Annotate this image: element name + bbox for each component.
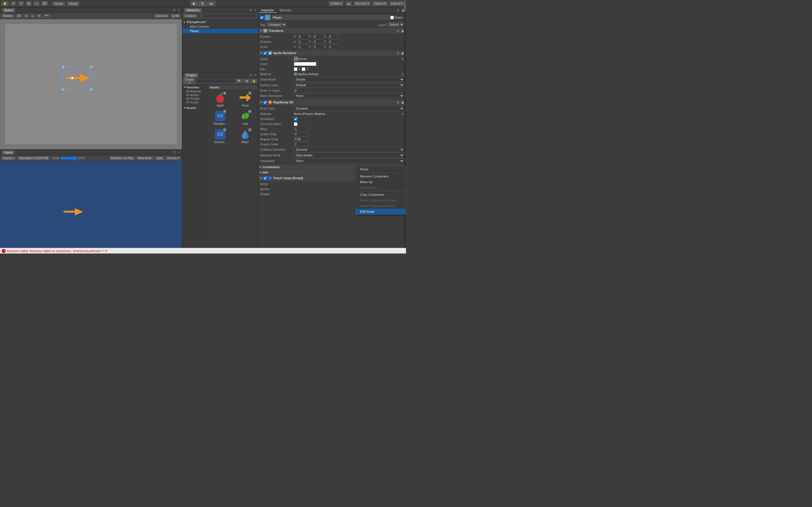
scale-slider[interactable] [60,156,77,161]
context-menu-move-up[interactable]: Move Up [356,179,406,185]
asset-water[interactable]: ⚙ Water [234,128,257,144]
transform-header[interactable]: ⊕ Transform ☰ 🔒 [258,28,406,34]
color-swatch[interactable] [294,62,316,66]
context-menu-remove[interactable]: Remove Component [356,173,406,179]
inspector-tab[interactable]: Inspector [258,8,276,13]
sprite-renderer-menu-btn[interactable]: ☰ [397,52,399,55]
order-layer-input[interactable] [294,88,308,93]
account-btn[interactable]: Account ▾ [353,1,371,6]
favorites-header[interactable]: Favorites [182,86,207,90]
audio-btn[interactable]: ♪ [31,14,35,18]
gravity-input[interactable] [294,142,308,147]
project-search[interactable] [196,79,235,83]
angular-drag-input[interactable] [294,137,308,142]
gizmos-btn[interactable]: Gizmos ▾ [154,14,169,18]
sleeping-dropdown[interactable]: Start Awake [294,153,404,158]
services-tab[interactable]: Services [276,8,294,13]
scene-canvas[interactable] [0,19,182,149]
object-active-checkbox[interactable] [260,16,264,19]
scene-tab[interactable]: Scene [2,8,15,12]
context-menu-edit-script[interactable]: Edit Script [356,209,406,214]
play-button[interactable]: ▶ [190,1,198,6]
inspector-menu-btn[interactable]: ☰ [396,9,400,12]
scale-tool-btn[interactable]: ⊞ [26,1,32,6]
simulated-checkbox[interactable] [294,117,297,121]
project-create-btn[interactable]: Create ▾ [183,77,195,85]
mass-input[interactable] [294,127,308,131]
hierarchy-create-btn[interactable]: Create ▾ [183,14,197,18]
sprite-renderer-active[interactable] [263,51,267,55]
fav-models[interactable]: All Models [182,93,207,97]
project-search-btn[interactable]: 🔍 [236,79,243,83]
hierarchy-search[interactable] [199,14,257,18]
static-checkbox[interactable] [390,16,394,19]
scale-z-input[interactable] [328,45,339,49]
mask-dropdown[interactable]: None [294,93,404,98]
scale-y-input[interactable] [313,45,324,49]
all-btn[interactable]: Q+All [170,14,181,18]
flip-y-checkbox[interactable] [302,67,305,71]
auto-mass-checkbox[interactable] [294,122,297,126]
game-gizmos-btn[interactable]: Gizmos ▾ [165,156,181,160]
display-btn[interactable]: Display 1 [1,156,16,160]
context-menu-reset[interactable]: Reset [356,166,406,172]
touch-jump-active[interactable] [263,176,267,180]
fx-btn[interactable]: ✦ [36,14,42,18]
fav-scripts[interactable]: All Scripts [182,101,207,104]
stats-btn[interactable]: Stats [155,156,165,160]
pos-x-input[interactable] [298,34,308,39]
game-tab[interactable]: Game [2,150,15,155]
layer-dropdown[interactable]: Default [388,22,404,27]
transform-menu-btn[interactable]: ☰ [397,29,399,33]
project-sort-btn[interactable]: ⊞ [244,79,250,83]
pos-y-input[interactable] [313,34,324,39]
mute-btn[interactable]: Mute Audio [136,156,153,160]
asset-touchjump[interactable]: C# ⚙ touchJu... [209,128,232,144]
2d-btn[interactable]: 2D [15,14,22,18]
hierarchy-item-camera[interactable]: Main Camera [182,24,258,29]
rigidbody2d-header[interactable]: ⦿ Rigidbody 2D ☰ 🔒 [258,100,406,105]
tag-dropdown[interactable]: Untagged [266,22,287,27]
fav-materials[interactable]: All Materials [182,90,207,93]
project-lock-btn[interactable]: 🔒 [251,79,257,83]
linear-drag-input[interactable] [294,132,308,136]
step-button[interactable]: ⏭ [207,1,216,6]
collab-btn[interactable]: Collab ▾ [329,1,344,6]
project-tab[interactable]: Project [184,73,199,77]
rigidbody2d-active[interactable] [263,101,267,104]
camera-btn[interactable]: 📷 [43,14,50,18]
fav-prefabs[interactable]: All Prefabs [182,97,207,101]
object-name-input[interactable] [271,15,389,20]
rot-z-input[interactable] [328,40,339,44]
light-btn[interactable]: ☀ [23,14,29,18]
hand-tool-btn[interactable]: ✋ [1,1,9,6]
center-btn[interactable]: Center [52,1,65,6]
layout-btn[interactable]: Layout ▾ [389,1,405,6]
asset-flying-arrow[interactable]: C# ⚙ FlyingArr... [209,109,232,126]
rot-x-input[interactable] [298,40,308,44]
hierarchy-tab[interactable]: Hierarchy [184,8,202,12]
asset-arrow[interactable]: ⚙ Arrow [234,91,257,108]
cloud-btn[interactable]: ☁ [345,1,352,6]
hierarchy-scene-root[interactable]: FlyingArrow* [182,20,258,24]
maximize-btn[interactable]: Maximize On Play [109,156,135,160]
transform-tool-btn[interactable]: ⌧ [41,1,49,6]
rotate-tool-btn[interactable]: ↺ [18,1,24,6]
draw-mode-dropdown[interactable]: Simple [294,77,404,82]
pos-z-input[interactable] [328,34,339,39]
assets-folder-header[interactable]: Assets [182,105,207,111]
collision-dropdown[interactable]: Discrete [294,147,404,152]
global-btn[interactable]: Global [66,1,80,6]
sorting-layer-dropdown[interactable]: Default [294,82,404,88]
context-menu-copy[interactable]: Copy Component [356,192,406,198]
pause-button[interactable]: ⏸ [198,1,207,6]
standalone-btn[interactable]: Standalone (1024x768) [17,156,50,160]
rect-tool-btn[interactable]: ▭ [33,1,40,6]
shaded-btn[interactable]: Shaded [1,14,14,18]
sprite-renderer-header[interactable]: ▣ Sprite Renderer ☰ 🔒 [258,50,406,56]
rigidbody2d-menu-btn[interactable]: ☰ [397,101,399,104]
scale-x-input[interactable] [298,45,308,49]
flip-x-checkbox[interactable] [294,67,297,71]
asset-apple[interactable]: ⚙ Apple [209,91,232,108]
rot-y-input[interactable] [313,40,324,44]
